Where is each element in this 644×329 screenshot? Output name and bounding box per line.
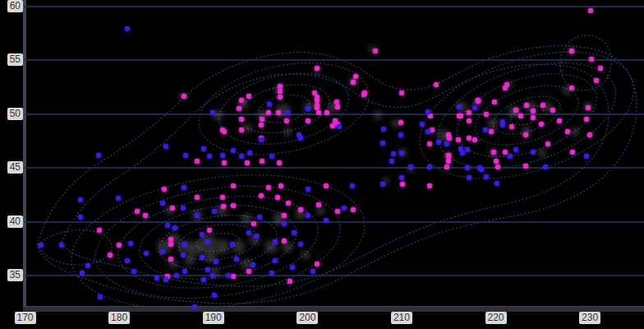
data-point-magenta-points: [524, 103, 529, 108]
data-point-magenta-points: [400, 182, 405, 187]
x-tick-label: 190: [203, 312, 224, 324]
data-point-blue-points: [212, 293, 217, 298]
data-point-blue-points: [246, 230, 251, 235]
data-point-magenta-points: [335, 104, 340, 109]
data-point-magenta-points: [570, 150, 575, 155]
data-point-magenta-points: [260, 159, 264, 164]
data-point-blue-points: [399, 175, 404, 180]
data-point-blue-points: [484, 174, 489, 179]
data-point-magenta-points: [278, 89, 283, 94]
data-point-magenta-points: [276, 110, 281, 115]
data-point-magenta-points: [489, 129, 494, 134]
data-point-blue-points: [125, 258, 130, 263]
data-point-magenta-points: [168, 242, 173, 247]
data-point-blue-points: [160, 249, 165, 254]
data-point-blue-points: [174, 273, 179, 278]
data-point-blue-points: [220, 153, 225, 158]
data-point-blue-points: [39, 243, 44, 248]
data-point-blue-points: [59, 243, 64, 248]
data-point-blue-points: [201, 277, 206, 282]
data-point-blue-points: [181, 206, 186, 211]
contour-path: [37, 46, 637, 304]
data-point-blue-points: [472, 105, 477, 110]
data-point-blue-points: [154, 276, 159, 280]
data-point-blue-points: [458, 146, 463, 151]
data-point-blue-points: [420, 122, 425, 127]
data-point-blue-points: [163, 277, 168, 282]
data-point-blue-points: [457, 104, 462, 109]
data-point-blue-points: [96, 153, 101, 158]
gridline-y-50: [25, 114, 644, 115]
data-point-magenta-points: [540, 103, 545, 108]
density-patch: [316, 206, 324, 215]
data-point-blue-points: [465, 165, 470, 170]
x-tick-label: 210: [391, 312, 412, 324]
density-patch: [244, 124, 252, 132]
data-point-magenta-points: [589, 57, 594, 62]
density-patch: [538, 149, 546, 157]
data-point-blue-points: [444, 141, 449, 146]
data-point-blue-points: [391, 151, 396, 156]
data-point-magenta-points: [277, 160, 282, 165]
data-point-magenta-points: [246, 94, 251, 99]
data-point-blue-points: [181, 253, 186, 257]
data-point-blue-points: [183, 153, 188, 158]
data-point-magenta-points: [306, 118, 310, 123]
contour-ellipse: [447, 58, 607, 173]
data-point-magenta-points: [494, 159, 499, 164]
data-point-blue-points: [513, 147, 518, 152]
data-point-blue-points: [465, 147, 470, 152]
data-point-blue-points: [131, 269, 136, 274]
data-point-blue-points: [427, 164, 432, 169]
data-point-blue-points: [212, 209, 217, 214]
data-point-magenta-points: [565, 129, 570, 134]
data-point-blue-points: [543, 164, 548, 169]
data-point-magenta-points: [275, 195, 280, 200]
data-point-magenta-points: [231, 203, 236, 208]
data-point-magenta-points: [195, 159, 200, 164]
data-point-blue-points: [267, 102, 272, 107]
data-point-magenta-points: [495, 164, 500, 169]
data-point-magenta-points: [220, 195, 225, 200]
x-tick-label: 170: [14, 312, 35, 324]
data-point-magenta-points: [587, 132, 592, 137]
density-patch: [301, 251, 310, 259]
data-point-magenta-points: [476, 98, 481, 103]
data-point-magenta-points: [207, 228, 212, 233]
data-point-blue-points: [298, 242, 303, 247]
data-point-magenta-points: [523, 132, 528, 137]
data-point-magenta-points: [168, 237, 173, 242]
data-point-magenta-points: [399, 90, 404, 95]
data-point-magenta-points: [231, 274, 236, 279]
data-point-blue-points: [479, 167, 484, 172]
data-point-blue-points: [251, 262, 255, 267]
data-point-blue-points: [494, 181, 499, 186]
data-point-blue-points: [399, 151, 404, 155]
data-point-blue-points: [269, 271, 274, 276]
data-point-magenta-points: [108, 253, 113, 257]
data-point-magenta-points: [484, 112, 489, 117]
x-tick-label: 200: [297, 312, 318, 324]
data-point-magenta-points: [373, 49, 378, 53]
data-point-blue-points: [207, 154, 212, 159]
data-point-magenta-points: [398, 120, 403, 125]
data-point-blue-points: [508, 154, 513, 159]
data-point-magenta-points: [260, 117, 264, 122]
contour-path: [560, 35, 611, 90]
data-point-blue-points: [85, 263, 90, 268]
data-point-blue-points: [165, 223, 170, 228]
data-point-blue-points: [426, 129, 430, 134]
x-tick-label: 230: [579, 312, 600, 324]
data-point-magenta-points: [117, 243, 122, 248]
gridline-y-45: [25, 167, 644, 169]
data-point-magenta-points: [298, 207, 303, 212]
data-point-blue-points: [128, 241, 133, 246]
density-patch: [374, 111, 382, 119]
data-point-blue-points: [483, 127, 488, 132]
data-point-magenta-points: [523, 164, 528, 169]
density-patch: [215, 240, 228, 253]
data-point-magenta-points: [446, 153, 451, 158]
data-point-blue-points: [182, 242, 187, 247]
y-tick-label: 35: [7, 269, 23, 281]
density-patch: [571, 127, 579, 136]
